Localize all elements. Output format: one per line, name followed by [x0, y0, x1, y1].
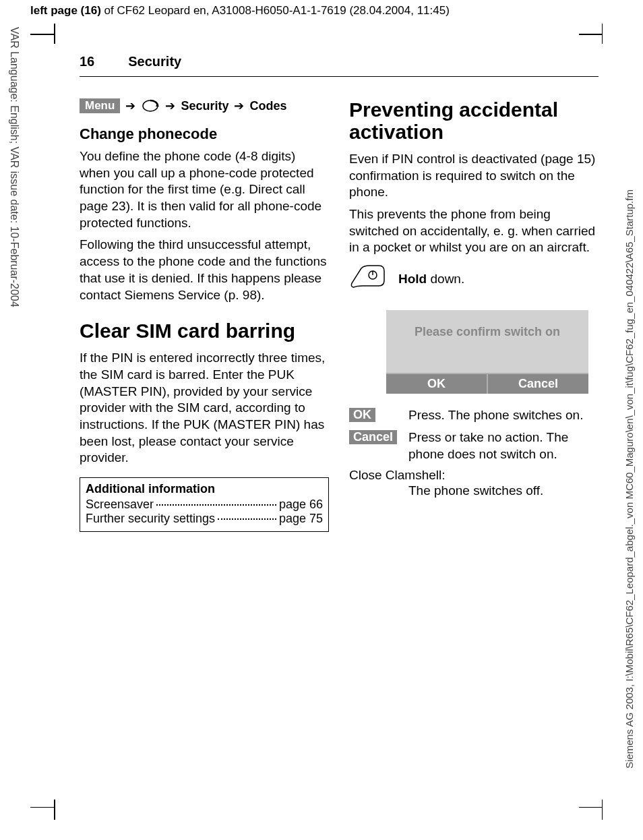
left-margin-text: VAR Language: English; VAR issue date: 1…	[8, 27, 20, 364]
paragraph: Following the third unsuccessful attempt…	[80, 237, 329, 303]
additional-info-box: Additional information Screensaver page …	[80, 477, 329, 532]
cancel-label: Cancel	[349, 429, 395, 462]
close-description: The phone switches off.	[408, 483, 599, 500]
leader-dots	[156, 504, 276, 506]
paragraph: Even if PIN control is deactivated (page…	[349, 151, 599, 201]
paragraph: If the PIN is entered incorrectly three …	[80, 350, 329, 467]
arrow-icon: ➔	[165, 98, 175, 113]
info-row: Screensaver page 66	[86, 498, 323, 512]
hold-instruction: Hold down.	[349, 264, 599, 294]
header-rest: of CF62 Leopard en, A31008-H6050-A1-1-76…	[101, 4, 450, 17]
dialog-message: Please confirm switch on	[386, 310, 588, 373]
info-page: page 75	[279, 512, 323, 526]
heading-change-phonecode: Change phonecode	[80, 125, 329, 143]
arrow-icon: ➔	[234, 98, 244, 113]
dialog-ok-button: OK	[386, 373, 487, 394]
leader-dots	[218, 518, 276, 520]
info-label: Screensaver	[86, 498, 154, 512]
heading-clear-sim: Clear SIM card barring	[80, 320, 329, 342]
info-box-title: Additional information	[86, 482, 323, 496]
definition-row: OK Press. The phone switches on.	[349, 407, 599, 424]
power-key-icon	[349, 264, 386, 294]
ok-label: OK	[349, 407, 395, 424]
crop-mark	[602, 24, 603, 44]
crop-mark	[579, 34, 603, 35]
cancel-description: Press or take no action. The phone does …	[408, 429, 599, 462]
crop-mark	[579, 807, 603, 808]
breadcrumb-security: Security	[181, 99, 228, 113]
phone-confirm-dialog: Please confirm switch on OK Cancel	[386, 310, 588, 394]
crop-mark	[54, 800, 55, 820]
menu-chip: Menu	[80, 98, 120, 113]
close-label: Close Clamshell:	[349, 468, 599, 483]
breadcrumb-codes: Codes	[249, 99, 286, 113]
ok-chip: OK	[349, 408, 375, 422]
hold-bold: Hold	[398, 272, 427, 286]
navigation-ring-icon	[141, 98, 160, 113]
close-clamshell-row: Close Clamshell: The phone switches off.	[349, 468, 599, 500]
breadcrumb: Menu ➔ ➔ Security ➔ Codes	[80, 98, 329, 113]
arrow-icon: ➔	[125, 98, 135, 113]
crop-mark	[602, 800, 603, 820]
hold-rest: down.	[427, 272, 464, 286]
info-row: Further security settings page 75	[86, 512, 323, 526]
dialog-cancel-button: Cancel	[487, 373, 588, 394]
crop-mark	[30, 34, 54, 35]
definition-row: Cancel Press or take no action. The phon…	[349, 429, 599, 462]
info-page: page 66	[279, 498, 323, 512]
right-column: Preventing accidental activation Even if…	[349, 98, 599, 532]
crop-mark	[30, 807, 54, 808]
section-title: Security	[128, 54, 181, 69]
hold-text: Hold down.	[398, 271, 464, 288]
page-header: left page (16) of CF62 Leopard en, A3100…	[0, 0, 643, 22]
left-column: Menu ➔ ➔ Security ➔ Codes Change phoneco…	[80, 98, 329, 532]
heading-preventing: Preventing accidental activation	[349, 98, 599, 143]
content-area: 16 Security Menu ➔ ➔ Security ➔ Codes	[80, 54, 599, 532]
header-bold: left page (16)	[30, 4, 101, 17]
info-label: Further security settings	[86, 512, 215, 526]
paragraph: You define the phone code (4-8 digits) w…	[80, 148, 329, 231]
ok-description: Press. The phone switches on.	[408, 407, 583, 424]
crop-mark	[54, 24, 55, 44]
dialog-buttons: OK Cancel	[386, 373, 588, 394]
cancel-chip: Cancel	[349, 430, 397, 444]
page-number: 16	[80, 54, 94, 69]
paragraph: This prevents the phone from being switc…	[349, 206, 599, 256]
page-section-header: 16 Security	[80, 54, 599, 77]
right-margin-text: Siemens AG 2003, I:\Mobil\R65\CF62_Leopa…	[623, 61, 635, 769]
